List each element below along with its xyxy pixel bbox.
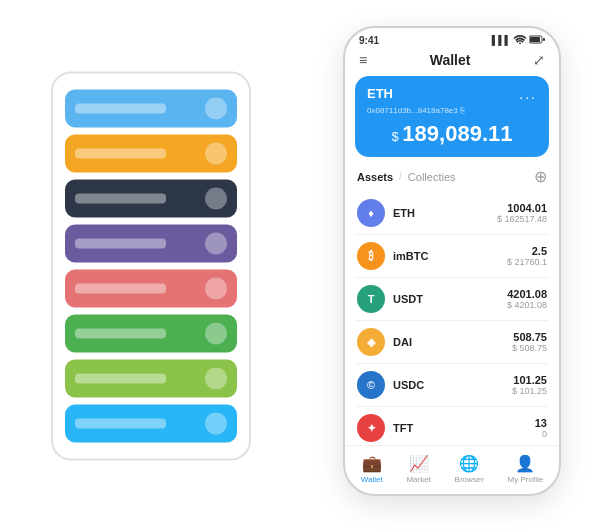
eth-banner-top: ETH ...: [367, 86, 537, 102]
nav-label: Browser: [455, 475, 484, 484]
card-icon: [205, 143, 227, 165]
asset-left: ✦ TFT: [357, 414, 413, 442]
page-title: Wallet: [430, 52, 471, 68]
menu-icon[interactable]: ≡: [359, 52, 367, 68]
card-bar: [75, 104, 166, 114]
asset-usd: $ 21760.1: [507, 257, 547, 267]
card-item: [65, 315, 237, 353]
asset-amount: 4201.08: [507, 288, 547, 300]
asset-right: 2.5 $ 21760.1: [507, 245, 547, 267]
asset-name: USDC: [393, 379, 424, 391]
card-bar: [75, 374, 166, 384]
eth-balance-symbol: $: [392, 129, 403, 144]
asset-usd: $ 101.25: [512, 386, 547, 396]
asset-name: DAI: [393, 336, 412, 348]
nav-label: Market: [406, 475, 430, 484]
nav-item-wallet[interactable]: 💼 Wallet: [361, 454, 383, 484]
asset-amount: 1004.01: [497, 202, 547, 214]
asset-row[interactable]: ₿ imBTC 2.5 $ 21760.1: [355, 235, 549, 278]
asset-name: ETH: [393, 207, 415, 219]
asset-icon-imbtc: ₿: [357, 242, 385, 270]
asset-right: 1004.01 $ 162517.48: [497, 202, 547, 224]
nav-icon-my profile: 👤: [515, 454, 535, 473]
asset-row[interactable]: ◈ DAI 508.75 $ 508.75: [355, 321, 549, 364]
asset-amount: 101.25: [512, 374, 547, 386]
asset-row[interactable]: T USDT 4201.08 $ 4201.08: [355, 278, 549, 321]
asset-usd: 0: [535, 429, 547, 439]
svg-rect-2: [543, 38, 545, 41]
card-item: [65, 180, 237, 218]
card-icon: [205, 278, 227, 300]
asset-left: ◈ DAI: [357, 328, 412, 356]
asset-icon-eth: ♦: [357, 199, 385, 227]
battery-icon: [529, 35, 545, 46]
card-bar: [75, 149, 166, 159]
add-asset-button[interactable]: ⊕: [534, 167, 547, 186]
nav-item-my-profile[interactable]: 👤 My Profile: [508, 454, 544, 484]
status-bar: 9:41 ▌▌▌: [345, 28, 559, 48]
nav-icon-wallet: 💼: [362, 454, 382, 473]
nav-item-market[interactable]: 📈 Market: [406, 454, 430, 484]
card-icon: [205, 413, 227, 435]
svg-rect-1: [530, 37, 540, 42]
eth-address: 0x08711d3b...8418a78e3 ⎘: [367, 106, 537, 115]
card-bar: [75, 194, 166, 204]
asset-left: ♦ ETH: [357, 199, 415, 227]
status-icons: ▌▌▌: [492, 34, 545, 46]
phone-header: ≡ Wallet ⤢: [345, 48, 559, 76]
asset-amount: 2.5: [507, 245, 547, 257]
asset-icon-dai: ◈: [357, 328, 385, 356]
card-icon: [205, 188, 227, 210]
nav-label: My Profile: [508, 475, 544, 484]
eth-more-button[interactable]: ...: [519, 86, 537, 102]
card-bar: [75, 329, 166, 339]
tab-assets[interactable]: Assets: [357, 171, 393, 183]
card-bar: [75, 284, 166, 294]
asset-name: USDT: [393, 293, 423, 305]
eth-balance: $ 189,089.11: [367, 121, 537, 147]
tab-collectibles[interactable]: Collecties: [408, 171, 456, 183]
nav-label: Wallet: [361, 475, 383, 484]
card-stack: [51, 72, 251, 461]
asset-usd: $ 162517.48: [497, 214, 547, 224]
asset-row[interactable]: ♦ ETH 1004.01 $ 162517.48: [355, 192, 549, 235]
asset-list: ♦ ETH 1004.01 $ 162517.48 ₿ imBTC 2.5 $ …: [345, 192, 559, 445]
eth-coin-name: ETH: [367, 86, 393, 101]
card-item: [65, 270, 237, 308]
card-bar: [75, 419, 166, 429]
asset-icon-usdt: T: [357, 285, 385, 313]
card-item: [65, 135, 237, 173]
asset-amount: 13: [535, 417, 547, 429]
phone-mockup: 9:41 ▌▌▌ ≡ Wallet ⤢ ETH ...: [343, 26, 561, 496]
assets-header: Assets / Collecties ⊕: [345, 167, 559, 192]
eth-balance-value: 189,089.11: [402, 121, 512, 146]
tab-divider: /: [399, 171, 402, 182]
asset-left: T USDT: [357, 285, 423, 313]
expand-icon[interactable]: ⤢: [533, 52, 545, 68]
asset-right: 4201.08 $ 4201.08: [507, 288, 547, 310]
asset-right: 13 0: [535, 417, 547, 439]
eth-address-text: 0x08711d3b...8418a78e3: [367, 106, 458, 115]
asset-amount: 508.75: [512, 331, 547, 343]
nav-icon-browser: 🌐: [459, 454, 479, 473]
bottom-nav: 💼 Wallet 📈 Market 🌐 Browser 👤 My Profile: [345, 445, 559, 494]
card-bar: [75, 239, 166, 249]
asset-row[interactable]: © USDC 101.25 $ 101.25: [355, 364, 549, 407]
eth-copy-icon[interactable]: ⎘: [460, 106, 465, 115]
asset-row[interactable]: ✦ TFT 13 0: [355, 407, 549, 445]
scene: 9:41 ▌▌▌ ≡ Wallet ⤢ ETH ...: [21, 16, 581, 516]
card-item: [65, 360, 237, 398]
asset-name: TFT: [393, 422, 413, 434]
asset-left: ₿ imBTC: [357, 242, 428, 270]
card-item: [65, 90, 237, 128]
wifi-icon: [514, 34, 526, 46]
nav-icon-market: 📈: [409, 454, 429, 473]
asset-icon-tft: ✦: [357, 414, 385, 442]
eth-banner: ETH ... 0x08711d3b...8418a78e3 ⎘ $ 189,0…: [355, 76, 549, 157]
asset-name: imBTC: [393, 250, 428, 262]
card-icon: [205, 368, 227, 390]
nav-item-browser[interactable]: 🌐 Browser: [455, 454, 484, 484]
card-icon: [205, 98, 227, 120]
card-item: [65, 225, 237, 263]
asset-right: 508.75 $ 508.75: [512, 331, 547, 353]
